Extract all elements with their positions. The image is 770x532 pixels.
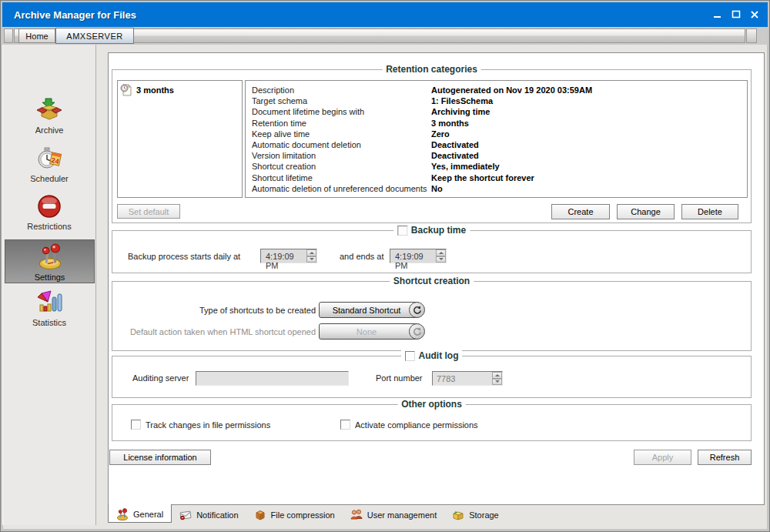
tab-label: Storage (469, 510, 499, 520)
retention-item-label: 3 months (136, 85, 174, 95)
delete-button[interactable]: Delete (681, 204, 738, 219)
statistics-chart-icon (5, 289, 94, 317)
spin-down-icon[interactable] (306, 256, 316, 263)
detail-label: Target schema (252, 96, 431, 107)
tab-user-management[interactable]: User management (343, 504, 445, 522)
detail-label: Retention time (252, 119, 431, 129)
scheduler-clock-icon: 24 (5, 146, 94, 173)
set-default-button[interactable]: Set default (117, 204, 180, 219)
retention-category-list[interactable]: 3 months (117, 80, 243, 198)
detail-row: Retention time3 months (252, 119, 747, 129)
sidebar: Archive 24 Scheduler (2, 45, 96, 525)
rotate-clockwise-icon (409, 323, 425, 340)
no-entry-icon (5, 193, 94, 221)
detail-label: Shortcut lifetime (252, 173, 431, 184)
sidebar-item-statistics[interactable]: Statistics (5, 289, 94, 327)
tab-general[interactable]: General (108, 504, 172, 523)
tab-strip-right-cap[interactable] (746, 28, 757, 43)
change-button[interactable]: Change (617, 204, 675, 219)
detail-label: Automatic document deletion (252, 140, 431, 151)
detail-row: DescriptionAutogenerated on Nov 19 2020 … (252, 85, 747, 96)
track-changes-option[interactable]: Track changes in file permissions (131, 420, 270, 430)
retention-categories-title: Retention categories (386, 64, 477, 75)
bottom-tab-bar: General Notification (108, 504, 507, 524)
minimize-icon[interactable] (712, 9, 723, 20)
sidebar-item-settings[interactable]: Settings (5, 239, 95, 283)
storage-box-icon (452, 509, 464, 521)
detail-row: Automatic document deletionDeactivated (252, 140, 747, 151)
detail-value: Archiving time (431, 107, 490, 118)
backup-end-time-spinner[interactable] (436, 249, 446, 263)
tab-amxserver[interactable]: AMXSERVER (55, 28, 134, 44)
sidebar-item-scheduler[interactable]: 24 Scheduler (5, 146, 94, 183)
port-number-label: Port number (376, 373, 423, 383)
auditing-server-input[interactable] (196, 371, 349, 386)
html-shortcut-action-dropdown: None (319, 323, 424, 340)
track-changes-checkbox[interactable] (131, 420, 141, 430)
auditing-server-label: Auditing server (132, 373, 189, 383)
spin-up-icon[interactable] (436, 249, 446, 256)
refresh-button[interactable]: Refresh (698, 450, 752, 465)
track-changes-label: Track changes in file permissions (146, 420, 270, 430)
shortcut-creation-header: Shortcut creation (390, 276, 474, 286)
detail-value: No (431, 184, 443, 195)
archive-box-icon (5, 97, 94, 125)
spin-down-icon[interactable] (492, 379, 502, 386)
other-options-group: Other options Track changes in file perm… (112, 404, 752, 441)
detail-row: Shortcut lifetimeKeep the shortcut forev… (252, 173, 747, 184)
tab-file-compression[interactable]: File compression (246, 504, 343, 522)
sidebar-item-label: Archive (5, 125, 94, 135)
document-clock-icon (120, 84, 132, 96)
settings-pins-icon (116, 508, 129, 520)
retention-list-item[interactable]: 3 months (118, 81, 242, 99)
sidebar-item-label: Settings (5, 273, 94, 282)
tab-notification[interactable]: Notification (172, 504, 246, 522)
maximize-icon[interactable] (731, 9, 742, 20)
rotate-clockwise-icon[interactable] (409, 302, 425, 318)
audit-log-checkbox[interactable] (405, 351, 415, 361)
users-icon (350, 509, 363, 521)
tab-home[interactable]: Home (18, 28, 55, 43)
backup-time-title: Backup time (411, 225, 466, 236)
settings-panel: Retention categories 3 months (108, 52, 765, 505)
backup-end-label: and ends at (340, 252, 384, 261)
compliance-permissions-checkbox[interactable] (340, 420, 350, 430)
backup-time-checkbox[interactable] (397, 226, 407, 236)
shortcut-creation-group: Shortcut creation Type of shortcuts to b… (112, 281, 752, 351)
backup-start-time-input[interactable]: 4:19:09 PM (260, 249, 317, 263)
backup-start-time-spinner[interactable] (306, 249, 316, 263)
backup-start-time-value: 4:19:09 PM (261, 249, 306, 263)
create-button[interactable]: Create (551, 204, 610, 219)
audit-log-title: Audit log (419, 350, 459, 361)
tab-label: File compression (271, 510, 335, 520)
tab-label: General (133, 510, 163, 519)
backup-end-time-input[interactable]: 4:19:09 PM (390, 249, 447, 263)
tab-storage[interactable]: Storage (444, 504, 507, 522)
sidebar-item-archive[interactable]: Archive (5, 97, 94, 135)
close-icon[interactable] (749, 9, 760, 20)
detail-value: Yes, immediately (431, 162, 500, 172)
svg-text:24: 24 (51, 156, 60, 166)
sidebar-item-label: Restrictions (5, 222, 94, 231)
spin-up-icon[interactable] (306, 249, 316, 256)
apply-button[interactable]: Apply (634, 450, 691, 465)
detail-value: Zero (431, 129, 450, 140)
title-bar: Archive Manager for Files (2, 2, 768, 27)
orange-cube-icon (254, 509, 266, 521)
license-information-button[interactable]: License information (109, 450, 211, 465)
detail-row: Version limitationDeactivated (252, 151, 747, 162)
tab-strip-left-cap[interactable] (4, 28, 13, 43)
detail-label: Keep alive time (252, 129, 431, 140)
shortcut-type-dropdown[interactable]: Standard Shortcut (319, 302, 424, 318)
port-number-spinner[interactable] (492, 372, 502, 385)
app-window: Archive Manager for Files Home AMXSERVER (0, 0, 770, 532)
detail-label: Automatic deletion of unreferenced docum… (252, 184, 431, 195)
spin-up-icon[interactable] (492, 372, 502, 379)
retention-categories-header: Retention categories (382, 64, 481, 75)
sidebar-item-restrictions[interactable]: Restrictions (5, 193, 94, 231)
compliance-permissions-option[interactable]: Activate compliance permissions (340, 420, 478, 430)
detail-label: Document lifetime begins with (252, 107, 431, 118)
window-title: Archive Manager for Files (14, 9, 136, 21)
port-number-input[interactable]: 7783 (432, 371, 503, 386)
spin-down-icon[interactable] (436, 256, 446, 263)
